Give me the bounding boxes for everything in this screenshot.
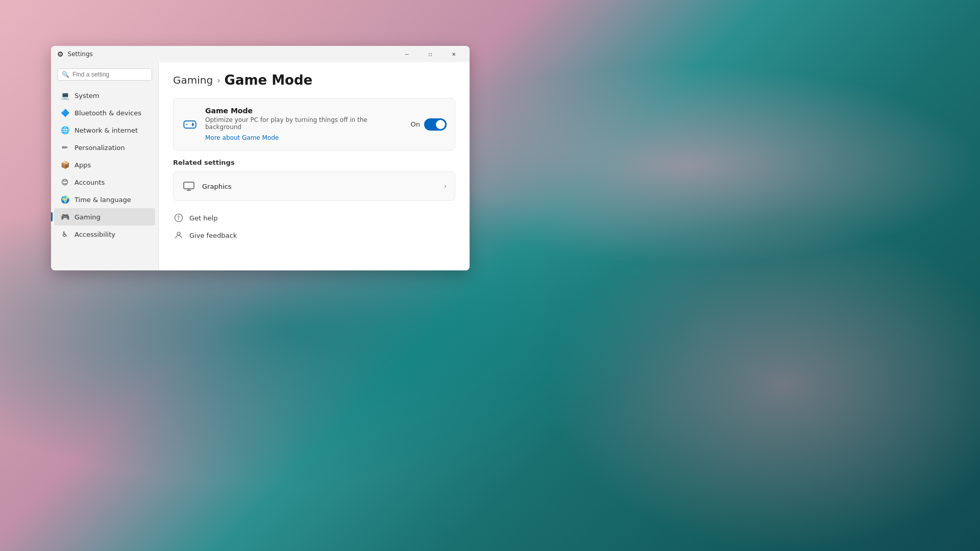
settings-window: ⚙️ Settings ─ □ ✕ 🔍 💻 System 🔷 Bluet <box>51 46 470 270</box>
get-help-icon: ? <box>173 212 184 223</box>
graphics-icon <box>182 179 196 193</box>
breadcrumb-separator: › <box>217 76 220 85</box>
sidebar-item-gaming[interactable]: 🎮 Gaming <box>54 208 155 226</box>
svg-point-1 <box>186 123 187 124</box>
game-mode-card-icon <box>182 116 198 133</box>
sidebar-item-apps-label: Apps <box>75 161 91 169</box>
related-settings-label: Related settings <box>173 159 455 166</box>
sidebar-item-network[interactable]: 🌐 Network & internet <box>54 121 155 139</box>
svg-point-11 <box>177 232 180 235</box>
search-icon: 🔍 <box>62 71 69 78</box>
sidebar-item-personalization-label: Personalization <box>75 144 125 152</box>
search-input[interactable] <box>72 71 149 78</box>
give-feedback-icon <box>173 230 184 241</box>
get-help-item[interactable]: ? Get help <box>173 209 455 227</box>
sidebar-item-system[interactable]: 💻 System <box>54 87 155 104</box>
game-mode-toggle[interactable] <box>424 118 447 131</box>
get-help-label: Get help <box>189 214 217 222</box>
bluetooth-icon: 🔷 <box>60 108 69 117</box>
svg-rect-6 <box>184 182 194 189</box>
graphics-related-card[interactable]: Graphics › <box>173 171 455 201</box>
game-mode-text: Game Mode Optimize your PC for play by t… <box>205 107 404 142</box>
title-bar-controls: ─ □ ✕ <box>395 46 465 62</box>
graphics-label: Graphics <box>202 183 438 190</box>
graphics-chevron-icon: › <box>444 183 447 190</box>
accounts-icon: 😊 <box>60 178 69 187</box>
maximize-button[interactable]: □ <box>419 46 442 62</box>
sidebar-item-accounts-label: Accounts <box>75 179 105 186</box>
sidebar-item-system-label: System <box>75 92 99 99</box>
game-mode-description: Optimize your PC for play by turning thi… <box>205 116 404 131</box>
minimize-button[interactable]: ─ <box>395 46 419 62</box>
main-content: Gaming › Game Mode Game M <box>158 62 470 270</box>
game-mode-title: Game Mode <box>205 107 404 115</box>
sidebar-item-network-label: Network & internet <box>75 127 138 134</box>
sidebar-item-accessibility[interactable]: ♿ Accessibility <box>54 226 155 243</box>
sidebar-item-accounts[interactable]: 😊 Accounts <box>54 173 155 191</box>
settings-app-icon: ⚙️ <box>57 50 64 58</box>
window-body: 🔍 💻 System 🔷 Bluetooth & devices 🌐 Netwo… <box>51 62 470 270</box>
toggle-wrapper: On <box>411 118 447 131</box>
give-feedback-item[interactable]: Give feedback <box>173 227 455 244</box>
title-bar: ⚙️ Settings ─ □ ✕ <box>51 46 470 62</box>
network-icon: 🌐 <box>60 126 69 135</box>
accessibility-icon: ♿ <box>60 230 69 239</box>
sidebar: 🔍 💻 System 🔷 Bluetooth & devices 🌐 Netwo… <box>51 62 158 270</box>
sidebar-item-apps[interactable]: 📦 Apps <box>54 156 155 173</box>
window-title: Settings <box>68 51 93 58</box>
title-bar-left: ⚙️ Settings <box>57 50 93 58</box>
sidebar-item-gaming-label: Gaming <box>75 213 101 221</box>
apps-icon: 📦 <box>60 160 69 169</box>
breadcrumb-parent[interactable]: Gaming <box>173 74 213 86</box>
gaming-icon: 🎮 <box>60 212 69 221</box>
game-mode-card: Game Mode Optimize your PC for play by t… <box>173 98 455 151</box>
sidebar-item-personalization[interactable]: ✏️ Personalization <box>54 139 155 156</box>
personalization-icon: ✏️ <box>60 143 69 152</box>
sidebar-item-accessibility-label: Accessibility <box>75 231 115 238</box>
svg-text:?: ? <box>177 215 180 221</box>
system-icon: 💻 <box>60 91 69 100</box>
give-feedback-label: Give feedback <box>189 232 237 239</box>
close-button[interactable]: ✕ <box>442 46 465 62</box>
sidebar-item-bluetooth[interactable]: 🔷 Bluetooth & devices <box>54 104 155 121</box>
time-icon: 🌍 <box>60 195 69 204</box>
sidebar-item-time[interactable]: 🌍 Time & language <box>54 191 155 208</box>
breadcrumb-current: Game Mode <box>225 72 313 88</box>
breadcrumb: Gaming › Game Mode <box>173 72 455 88</box>
sidebar-item-time-label: Time & language <box>75 196 131 204</box>
toggle-label: On <box>411 120 420 128</box>
sidebar-item-bluetooth-label: Bluetooth & devices <box>75 109 141 117</box>
search-box[interactable]: 🔍 <box>57 68 152 81</box>
game-mode-link[interactable]: More about Game Mode <box>205 134 279 141</box>
